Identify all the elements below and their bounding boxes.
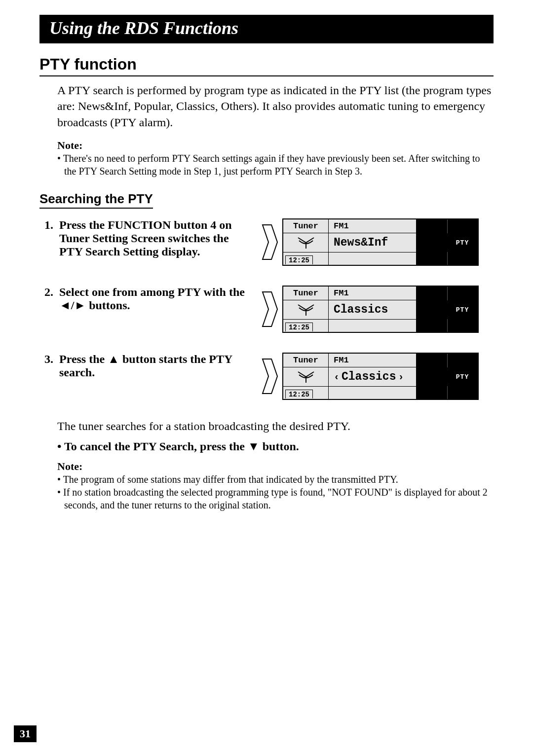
- antenna-icon: [283, 367, 329, 386]
- pointer-icon: [262, 291, 278, 327]
- lcd-empty: [329, 319, 417, 332]
- lcd-black-cell: [447, 219, 478, 233]
- note-item: If no station broadcasting the selected …: [57, 486, 494, 511]
- after-steps-text: The tuner searches for a station broadca…: [57, 420, 494, 433]
- lcd-time: 12:25: [283, 319, 329, 332]
- lcd-display-3: Tuner FM1 Classics PTY 12:25: [282, 353, 479, 400]
- lcd-tuner-label: Tuner: [283, 287, 329, 300]
- lcd-pty-badge: PTY: [447, 367, 478, 386]
- step-number: 1.: [44, 218, 59, 258]
- lcd-band: FM1: [329, 354, 417, 367]
- subsection-title: Searching the PTY: [39, 191, 153, 209]
- step-number: 2.: [44, 286, 59, 312]
- lcd-black-cell: [447, 287, 478, 300]
- note-label: Note:: [57, 139, 494, 152]
- lcd-tuner-label: Tuner: [283, 354, 329, 367]
- lcd-black-cell: [417, 233, 447, 252]
- lcd-time: 12:25: [283, 252, 329, 265]
- step-2: 2. Select one from among PTY with the ◄/…: [44, 286, 494, 333]
- lcd-black-cell: [447, 386, 478, 399]
- steps-container: 1. Press the FUNCTION button 4 on Tuner …: [44, 218, 494, 400]
- lcd-black-cell: [417, 354, 447, 367]
- lcd-black-cell: [417, 300, 447, 319]
- lcd-pty-badge: PTY: [447, 300, 478, 319]
- chapter-title: Using the RDS Functions: [39, 15, 494, 43]
- lcd-empty: [329, 386, 417, 399]
- step-number: 3.: [44, 353, 59, 379]
- lcd-black-cell: [417, 287, 447, 300]
- intro-paragraph: A PTY search is performed by program typ…: [57, 82, 494, 130]
- cancel-instruction: To cancel the PTY Search, press the ▼ bu…: [57, 440, 494, 453]
- step-1: 1. Press the FUNCTION button 4 on Tuner …: [44, 218, 494, 266]
- step-instruction: Select one from among PTY with the ◄/► b…: [59, 286, 252, 312]
- antenna-icon: [283, 233, 329, 252]
- lcd-main-text-searching: Classics: [329, 367, 417, 386]
- lcd-tuner-label: Tuner: [283, 219, 329, 233]
- note-label-2: Note:: [57, 460, 494, 473]
- lcd-display-1: Tuner FM1 News&Inf PTY 12:25: [282, 218, 479, 266]
- lcd-black-cell: [417, 219, 447, 233]
- note-item: The program of some stations may differ …: [57, 473, 494, 486]
- page-number: 31: [14, 725, 37, 742]
- note-list-1: There's no need to perform PTY Search se…: [57, 152, 494, 178]
- lcd-empty: [329, 252, 417, 265]
- lcd-black-cell: [447, 354, 478, 367]
- lcd-main-text: News&Inf: [329, 233, 417, 252]
- lcd-black-cell: [417, 367, 447, 386]
- lcd-black-cell: [417, 252, 447, 265]
- lcd-black-cell: [417, 319, 447, 332]
- lcd-display-2: Tuner FM1 Classics PTY 12:25: [282, 286, 479, 333]
- step-instruction: Press the FUNCTION button 4 on Tuner Set…: [59, 218, 252, 258]
- lcd-black-cell: [417, 386, 447, 399]
- step-instruction: Press the ▲ button starts the PTY search…: [59, 353, 252, 379]
- step-3: 3. Press the ▲ button starts the PTY sea…: [44, 353, 494, 400]
- lcd-main-text: Classics: [329, 300, 417, 319]
- note-item: There's no need to perform PTY Search se…: [57, 152, 494, 178]
- lcd-time: 12:25: [283, 386, 329, 399]
- lcd-black-cell: [447, 319, 478, 332]
- antenna-icon: [283, 300, 329, 319]
- lcd-pty-badge: PTY: [447, 233, 478, 252]
- lcd-band: FM1: [329, 287, 417, 300]
- pointer-icon: [262, 224, 278, 260]
- pointer-icon: [262, 358, 278, 395]
- lcd-band: FM1: [329, 219, 417, 233]
- note-list-2: The program of some stations may differ …: [57, 473, 494, 511]
- lcd-black-cell: [447, 252, 478, 265]
- section-title: PTY function: [39, 55, 494, 76]
